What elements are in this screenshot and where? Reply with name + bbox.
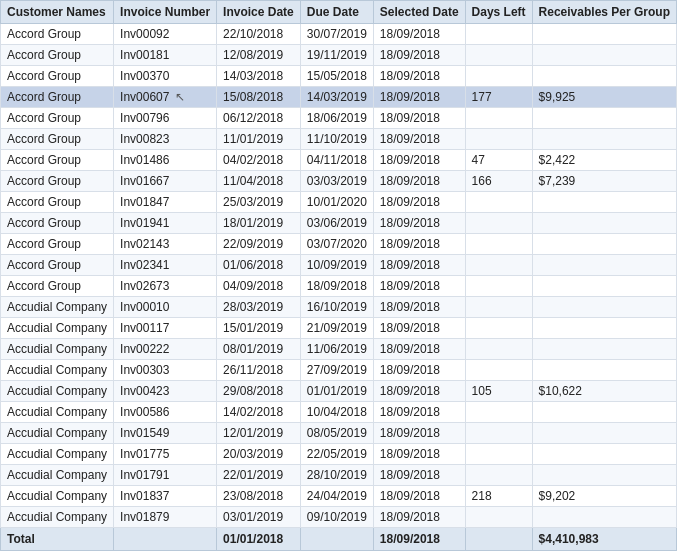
cell-selected-date: 18/09/2018	[373, 381, 465, 402]
cell-days-left	[465, 297, 532, 318]
cell-receivables	[532, 402, 676, 423]
table-row[interactable]: Accudial CompanyInv0042329/08/201801/01/…	[1, 381, 677, 402]
col-header-invoice-date: Invoice Date	[217, 1, 301, 24]
cell-selected-date: 18/09/2018	[373, 24, 465, 45]
main-table-container[interactable]: Customer Names Invoice Number Invoice Da…	[0, 0, 677, 560]
cell-selected-date: 18/09/2018	[373, 486, 465, 507]
cell-selected-date: 18/09/2018	[373, 213, 465, 234]
col-header-customer: Customer Names	[1, 1, 114, 24]
table-row[interactable]: Accudial CompanyInv0022208/01/201911/06/…	[1, 339, 677, 360]
cell-invoice-date: 22/09/2019	[217, 234, 301, 255]
cell-receivables	[532, 339, 676, 360]
cell-selected-date: 18/09/2018	[373, 66, 465, 87]
cell-customer: Accord Group	[1, 255, 114, 276]
cell-invoice-date: 04/02/2018	[217, 150, 301, 171]
cell-receivables	[532, 297, 676, 318]
cell-receivables	[532, 66, 676, 87]
cell-customer: Accudial Company	[1, 486, 114, 507]
cell-customer: Accord Group	[1, 192, 114, 213]
cell-customer: Accord Group	[1, 213, 114, 234]
table-row[interactable]: Accudial CompanyInv0154912/01/201908/05/…	[1, 423, 677, 444]
cell-invoice: Inv00823	[114, 129, 217, 150]
cell-customer: Accord Group	[1, 129, 114, 150]
cell-days-left	[465, 339, 532, 360]
cell-due-date: 03/03/2019	[300, 171, 373, 192]
cell-due-date: 18/09/2018	[300, 276, 373, 297]
cell-days-left: 166	[465, 171, 532, 192]
cell-days-left	[465, 360, 532, 381]
cell-selected-date: 18/09/2018	[373, 234, 465, 255]
cell-due-date: 09/10/2019	[300, 507, 373, 528]
cell-selected-date: 18/09/2018	[373, 192, 465, 213]
cell-due-date: 08/05/2019	[300, 423, 373, 444]
cell-invoice: Inv02341	[114, 255, 217, 276]
cell-customer: Accudial Company	[1, 339, 114, 360]
cell-invoice-date: 08/01/2019	[217, 339, 301, 360]
cell-invoice-date: 26/11/2018	[217, 360, 301, 381]
cell-customer: Accudial Company	[1, 465, 114, 486]
cell-due-date: 10/04/2018	[300, 402, 373, 423]
table-row[interactable]: Accudial CompanyInv0011715/01/201921/09/…	[1, 318, 677, 339]
table-footer-row: Total 01/01/2018 18/09/2018 $4,410,983	[1, 528, 677, 551]
cell-receivables	[532, 108, 676, 129]
cell-invoice: Inv00370	[114, 66, 217, 87]
cell-invoice: Inv01667	[114, 171, 217, 192]
cell-receivables	[532, 444, 676, 465]
footer-receivables: $4,410,983	[532, 528, 676, 551]
cell-selected-date: 18/09/2018	[373, 171, 465, 192]
table-row[interactable]: Accord GroupInv0166711/04/201803/03/2019…	[1, 171, 677, 192]
cell-due-date: 11/10/2019	[300, 129, 373, 150]
cell-days-left	[465, 129, 532, 150]
cell-days-left	[465, 507, 532, 528]
cell-receivables	[532, 276, 676, 297]
table-row[interactable]: Accudial CompanyInv0183723/08/201824/04/…	[1, 486, 677, 507]
table-row[interactable]: Accord GroupInv00607↖15/08/201814/03/201…	[1, 87, 677, 108]
table-row[interactable]: Accord GroupInv0018112/08/201919/11/2019…	[1, 45, 677, 66]
table-row[interactable]: Accord GroupInv0267304/09/201818/09/2018…	[1, 276, 677, 297]
cursor-icon: ↖	[175, 90, 185, 104]
table-row[interactable]: Accudial CompanyInv0030326/11/201827/09/…	[1, 360, 677, 381]
cell-receivables: $2,422	[532, 150, 676, 171]
cell-invoice-date: 22/01/2019	[217, 465, 301, 486]
cell-days-left	[465, 66, 532, 87]
cell-days-left: 47	[465, 150, 532, 171]
table-row[interactable]: Accudial CompanyInv0179122/01/201928/10/…	[1, 465, 677, 486]
cell-invoice-date: 20/03/2019	[217, 444, 301, 465]
table-row[interactable]: Accudial CompanyInv0058614/02/201810/04/…	[1, 402, 677, 423]
cell-invoice: Inv01941	[114, 213, 217, 234]
cell-invoice: Inv01847	[114, 192, 217, 213]
footer-selected-date: 18/09/2018	[373, 528, 465, 551]
cell-due-date: 10/01/2020	[300, 192, 373, 213]
cell-invoice-date: 22/10/2018	[217, 24, 301, 45]
table-row[interactable]: Accord GroupInv0009222/10/201830/07/2019…	[1, 24, 677, 45]
table-row[interactable]: Accudial CompanyInv0177520/03/201922/05/…	[1, 444, 677, 465]
cell-days-left	[465, 444, 532, 465]
table-row[interactable]: Accudial CompanyInv0187903/01/201909/10/…	[1, 507, 677, 528]
cell-invoice: Inv01791	[114, 465, 217, 486]
table-row[interactable]: Accord GroupInv0234101/06/201810/09/2019…	[1, 255, 677, 276]
cell-receivables	[532, 423, 676, 444]
col-header-receivables: Receivables Per Group	[532, 1, 676, 24]
cell-invoice: Inv01775	[114, 444, 217, 465]
cell-due-date: 01/01/2019	[300, 381, 373, 402]
table-row[interactable]: Accord GroupInv0184725/03/201910/01/2020…	[1, 192, 677, 213]
table-row[interactable]: Accord GroupInv0082311/01/201911/10/2019…	[1, 129, 677, 150]
table-row[interactable]: Accord GroupInv0214322/09/201903/07/2020…	[1, 234, 677, 255]
cell-customer: Accudial Company	[1, 507, 114, 528]
cell-due-date: 11/06/2019	[300, 339, 373, 360]
footer-invoice-date: 01/01/2018	[217, 528, 301, 551]
cell-selected-date: 18/09/2018	[373, 465, 465, 486]
table-row[interactable]: Accord GroupInv0079606/12/201818/06/2019…	[1, 108, 677, 129]
cell-days-left	[465, 465, 532, 486]
table-row[interactable]: Accord GroupInv0037014/03/201815/05/2018…	[1, 66, 677, 87]
cell-invoice-date: 06/12/2018	[217, 108, 301, 129]
cell-receivables	[532, 360, 676, 381]
table-row[interactable]: Accord GroupInv0148604/02/201804/11/2018…	[1, 150, 677, 171]
cell-invoice: Inv01549	[114, 423, 217, 444]
cell-customer: Accudial Company	[1, 381, 114, 402]
cell-customer: Accord Group	[1, 108, 114, 129]
cell-invoice: Inv00222	[114, 339, 217, 360]
table-row[interactable]: Accord GroupInv0194118/01/201903/06/2019…	[1, 213, 677, 234]
table-row[interactable]: Accudial CompanyInv0001028/03/201916/10/…	[1, 297, 677, 318]
cell-selected-date: 18/09/2018	[373, 318, 465, 339]
